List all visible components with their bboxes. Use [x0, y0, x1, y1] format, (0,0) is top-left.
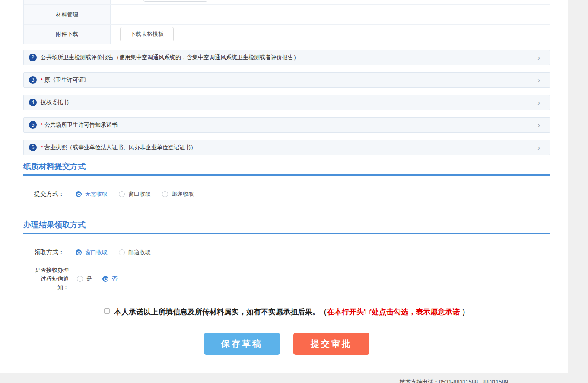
radio-unselected-icon[interactable] [162, 191, 168, 197]
item-number-badge: 4 [29, 99, 37, 106]
commitment-row: 本人承诺以上所填信息及所传材料属实，如有不实愿承担后果。（在本行开头'□'处点击… [23, 307, 550, 317]
page-footer: 技术支持电话：0531-88311588、88311589 [0, 373, 588, 383]
sms-notify-label: 是否接收办理过程短信通知： [34, 266, 69, 292]
chevron-right-icon: › [537, 144, 540, 151]
item-number-badge: 3 [29, 76, 37, 84]
material-item-label: 公共场所卫生许可告知承诺书 [44, 121, 118, 129]
action-buttons: 保存草稿 提交审批 [23, 333, 550, 355]
radio-selected-icon[interactable] [76, 249, 82, 255]
chevron-right-icon: › [537, 77, 540, 84]
material-item-label: 授权委托书 [41, 99, 69, 106]
radio-option-mail-collection[interactable]: 邮递收取 [162, 190, 205, 198]
save-draft-button[interactable]: 保存草稿 [204, 333, 280, 355]
paper-submit-section-title: 纸质材料提交方式 [23, 161, 550, 176]
sms-notify-field: 是否接收办理过程短信通知： 是 否 [23, 266, 550, 292]
support-phone-text: 技术支持电话：0531-88311588、88311589 [400, 378, 508, 383]
radio-option-window-pickup[interactable]: 窗口收取 [76, 249, 119, 256]
material-manage-label: 材料管理 [24, 5, 111, 24]
radio-selected-icon[interactable] [76, 191, 82, 197]
cropped-top-button[interactable] [143, 0, 207, 2]
attachment-download-label: 附件下载 [24, 25, 111, 44]
required-asterisk: * [41, 122, 43, 128]
material-item-2[interactable]: 2 公共场所卫生检测或评价报告（使用集中空调通风系统的，含集中空调通风系统卫生检… [23, 50, 550, 65]
submit-method-field: 提交方式： 无需收取 窗口收取 邮递收取 [23, 189, 550, 199]
radio-option-sms-no[interactable]: 否 [102, 275, 118, 283]
table-label-cell [24, 0, 111, 4]
item-number-badge: 5 [29, 121, 37, 129]
table-row: 材料管理 [24, 4, 550, 24]
item-number-badge: 2 [29, 54, 37, 61]
radio-option-sms-yes[interactable]: 是 [77, 275, 92, 283]
submit-approval-button[interactable]: 提交审批 [293, 333, 369, 355]
required-asterisk: * [41, 77, 43, 83]
chevron-right-icon: › [537, 54, 540, 61]
radio-unselected-icon[interactable] [119, 249, 125, 255]
material-manage-value [111, 5, 550, 24]
form-content-panel: 材料管理 附件下载 下载表格模板 2 公共场所卫生检测或评价报告（使用集中空调通… [0, 0, 568, 373]
material-info-table: 材料管理 附件下载 下载表格模板 [23, 0, 550, 44]
submit-method-label: 提交方式： [30, 190, 64, 198]
commitment-close-paren: ） [462, 308, 469, 316]
commitment-text: 本人承诺以上所填信息及所传材料属实，如有不实愿承担后果。（ [114, 308, 327, 316]
material-item-4[interactable]: 4 授权委托书 › [23, 95, 550, 110]
material-item-5[interactable]: 5 * 公共场所卫生许可告知承诺书 › [23, 117, 550, 133]
material-item-label: 公共场所卫生检测或评价报告（使用集中空调通风系统的，含集中空调通风系统卫生检测或… [41, 54, 299, 61]
item-number-badge: 6 [29, 144, 37, 151]
radio-unselected-icon[interactable] [77, 276, 83, 282]
commitment-checkbox[interactable] [104, 308, 110, 314]
material-item-3[interactable]: 3 * 原《卫生许可证》 › [23, 72, 550, 88]
radio-option-window-collection[interactable]: 窗口收取 [119, 190, 162, 198]
pickup-method-field: 领取方式： 窗口收取 邮递收取 [23, 248, 550, 257]
material-item-label: 营业执照（或事业单位法人证书、民办非企业单位登记证书） [44, 144, 196, 151]
footer-divider [369, 376, 369, 383]
material-item-6[interactable]: 6 * 营业执照（或事业单位法人证书、民办非企业单位登记证书） › [23, 140, 550, 155]
material-item-label: 原《卫生许可证》 [44, 76, 89, 84]
chevron-right-icon: › [537, 121, 540, 129]
radio-unselected-icon[interactable] [119, 191, 125, 197]
table-row-partial [24, 0, 550, 4]
table-row: 附件下载 下载表格模板 [24, 24, 550, 44]
download-template-button[interactable]: 下载表格模板 [120, 27, 174, 41]
commitment-hint-red: 在本行开头'□'处点击勾选，表示愿意承诺 [327, 308, 462, 316]
result-pickup-section-title: 办理结果领取方式 [23, 220, 550, 234]
pickup-method-label: 领取方式： [30, 249, 64, 256]
chevron-right-icon: › [537, 99, 540, 106]
radio-selected-icon[interactable] [102, 276, 108, 282]
radio-option-mail-pickup[interactable]: 邮递收取 [119, 249, 162, 256]
radio-option-no-collection[interactable]: 无需收取 [76, 190, 119, 198]
required-asterisk: * [41, 144, 43, 151]
